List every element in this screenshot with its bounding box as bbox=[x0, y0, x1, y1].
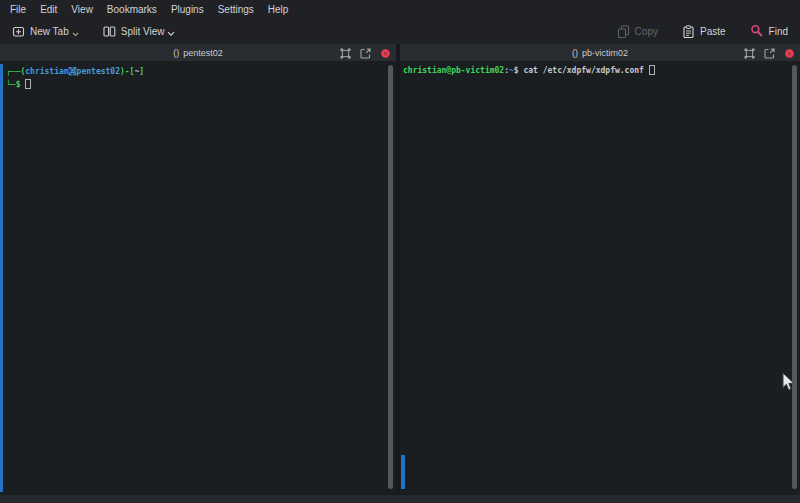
close-circle-icon[interactable] bbox=[379, 47, 392, 60]
clipboard-paste-icon bbox=[682, 25, 695, 38]
command-line: christian@pb-victim02:~$ cat /etc/xdpfw/… bbox=[403, 64, 790, 77]
pane-pentest02: ()pentest02 ┌──(christian㉉pentest02 bbox=[0, 44, 396, 495]
close-circle-icon[interactable] bbox=[783, 47, 796, 60]
terminal-view-pentest02[interactable]: ┌──(christian㉉pentest02)-[~] └─$ bbox=[0, 62, 396, 495]
tab-title: ()pentest02 bbox=[173, 48, 223, 58]
terminal-glyph-icon: () bbox=[173, 48, 179, 58]
split-container: ()pentest02 ┌──(christian㉉pentest02 bbox=[0, 44, 800, 495]
konsole-window: File Edit View Bookmarks Plugins Setting… bbox=[0, 0, 800, 503]
menu-plugins[interactable]: Plugins bbox=[164, 2, 211, 17]
new-tab-button[interactable]: New Tab bbox=[8, 22, 83, 41]
terminal-cursor bbox=[25, 79, 31, 89]
paste-label: Paste bbox=[700, 26, 726, 37]
terminal-cursor bbox=[649, 65, 655, 75]
terminal-content: ┌──(christian㉉pentest02)-[~] └─$ bbox=[6, 65, 386, 91]
pane-pb-victim02: ()pb-victim02 christian@pb-victim02 bbox=[400, 44, 800, 495]
tool-bar: New Tab Split View Copy bbox=[0, 18, 800, 44]
window-bottom-edge bbox=[0, 495, 800, 503]
paste-button[interactable]: Paste bbox=[678, 22, 730, 41]
menu-help[interactable]: Help bbox=[261, 2, 296, 17]
find-label: Find bbox=[769, 26, 788, 37]
expand-split-icon[interactable] bbox=[339, 47, 352, 60]
menu-view[interactable]: View bbox=[64, 2, 100, 17]
copy-icon bbox=[617, 25, 630, 38]
copy-label: Copy bbox=[635, 26, 658, 37]
menu-edit[interactable]: Edit bbox=[33, 2, 64, 17]
detach-tab-icon[interactable] bbox=[359, 47, 372, 60]
tab-title-text: pentest02 bbox=[183, 48, 223, 58]
activity-highlight-strip bbox=[401, 455, 405, 489]
tab-bar-pb-victim02[interactable]: ()pb-victim02 bbox=[400, 44, 800, 62]
menu-bookmarks[interactable]: Bookmarks bbox=[100, 2, 164, 17]
new-tab-label: New Tab bbox=[30, 26, 69, 37]
find-button[interactable]: Find bbox=[746, 21, 792, 41]
split-view-icon bbox=[103, 25, 116, 38]
copy-button[interactable]: Copy bbox=[613, 22, 662, 41]
magnifier-icon bbox=[750, 24, 764, 38]
prompt-line-2: └─$ bbox=[6, 78, 386, 91]
terminal-content: christian@pb-victim02:~$ cat /etc/xdpfw/… bbox=[403, 64, 790, 77]
tab-title-text: pb-victim02 bbox=[582, 48, 628, 58]
tab-new-icon bbox=[12, 25, 25, 38]
chevron-down-icon bbox=[72, 32, 79, 37]
tab-title: ()pb-victim02 bbox=[572, 48, 628, 58]
terminal-view-pb-victim02[interactable]: christian@pb-victim02:~$ cat /etc/xdpfw/… bbox=[400, 62, 800, 495]
scrollbar-thumb[interactable] bbox=[388, 65, 393, 489]
tab-bar-pentest02[interactable]: ()pentest02 bbox=[0, 44, 396, 62]
split-view-button[interactable]: Split View bbox=[99, 22, 180, 41]
scrollbar-thumb[interactable] bbox=[792, 65, 797, 489]
chevron-down-icon bbox=[167, 31, 175, 37]
menu-bar: File Edit View Bookmarks Plugins Setting… bbox=[0, 0, 800, 18]
split-view-label: Split View bbox=[121, 26, 165, 37]
menu-file[interactable]: File bbox=[3, 2, 33, 17]
menu-settings[interactable]: Settings bbox=[211, 2, 261, 17]
detach-tab-icon[interactable] bbox=[763, 47, 776, 60]
expand-split-icon[interactable] bbox=[743, 47, 756, 60]
prompt-line-1: ┌──(christian㉉pentest02)-[~] bbox=[6, 65, 386, 78]
terminal-glyph-icon: () bbox=[572, 48, 578, 58]
activity-highlight-strip bbox=[0, 64, 3, 492]
